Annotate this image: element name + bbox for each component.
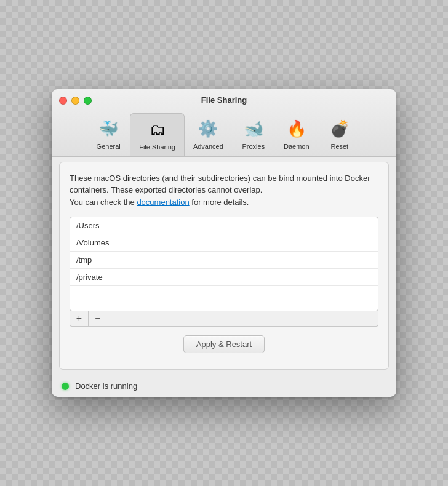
list-item-empty — [70, 286, 378, 311]
general-icon: 🐳 — [96, 117, 121, 141]
description-text3: for more details. — [190, 197, 249, 207]
button-row: Apply & Restart — [70, 327, 378, 359]
tab-daemon-label: Daemon — [284, 143, 310, 150]
tab-reset-label: Reset — [330, 143, 348, 150]
advanced-icon: ⚙️ — [196, 117, 220, 141]
status-indicator — [62, 383, 69, 390]
status-text: Docker is running — [75, 381, 137, 391]
status-bar: Docker is running — [52, 375, 396, 397]
tab-file-sharing-label: File Sharing — [139, 143, 175, 151]
tab-reset[interactable]: 💣 Reset — [318, 113, 361, 156]
add-directory-button[interactable]: + — [70, 311, 89, 326]
minimize-button[interactable] — [71, 97, 79, 105]
window-title: File Sharing — [59, 95, 389, 110]
titlebar: File Sharing 🐳 General 🗂 File Sharing ⚙️… — [52, 89, 396, 157]
toolbar: 🐳 General 🗂 File Sharing ⚙️ Advanced 🐋 P… — [59, 110, 389, 156]
daemon-icon: 🔥 — [284, 117, 309, 141]
description-text1: These macOS directories (and their subdi… — [70, 173, 370, 195]
tab-general-label: General — [97, 143, 121, 150]
tab-advanced-label: Advanced — [193, 143, 223, 150]
description-text2: You can check the — [70, 197, 137, 207]
docker-preferences-window: File Sharing 🐳 General 🗂 File Sharing ⚙️… — [52, 89, 396, 397]
remove-directory-button[interactable]: − — [89, 311, 107, 326]
reset-icon: 💣 — [327, 117, 352, 141]
tab-proxies-label: Proxies — [242, 143, 265, 150]
proxies-icon: 🐋 — [241, 117, 266, 141]
apply-restart-button[interactable]: Apply & Restart — [183, 335, 265, 353]
documentation-link[interactable]: documentation — [137, 197, 189, 207]
tab-proxies[interactable]: 🐋 Proxies — [232, 113, 275, 156]
file-sharing-icon: 🗂 — [145, 118, 170, 142]
tab-file-sharing[interactable]: 🗂 File Sharing — [130, 113, 185, 156]
close-button[interactable] — [59, 97, 67, 105]
tab-daemon[interactable]: 🔥 Daemon — [275, 113, 318, 156]
list-controls: + − — [70, 311, 378, 327]
list-item[interactable]: /tmp — [70, 252, 378, 269]
window-controls — [59, 97, 92, 105]
description-text: These macOS directories (and their subdi… — [70, 172, 378, 209]
maximize-button[interactable] — [84, 97, 92, 105]
list-item[interactable]: /Users — [70, 217, 378, 234]
directory-list-container: /Users /Volumes /tmp /private + − — [70, 217, 378, 327]
list-item[interactable]: /Volumes — [70, 234, 378, 252]
list-item[interactable]: /private — [70, 269, 378, 286]
tab-general[interactable]: 🐳 General — [87, 113, 130, 156]
tab-advanced[interactable]: ⚙️ Advanced — [185, 113, 232, 156]
directory-list: /Users /Volumes /tmp /private — [70, 217, 378, 311]
main-content: These macOS directories (and their subdi… — [59, 162, 389, 370]
